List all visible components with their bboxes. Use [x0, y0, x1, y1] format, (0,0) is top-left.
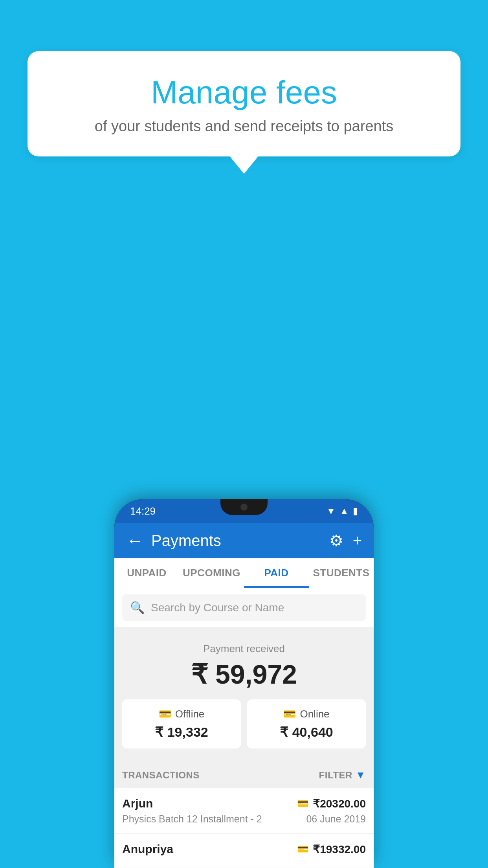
back-button[interactable]: ←: [126, 531, 143, 550]
phone-mockup: 14:29 ▼ ▲ ▮ ← Payments ⚙ + UNPAID: [114, 499, 374, 868]
offline-amount: ₹ 19,332: [128, 724, 235, 740]
payment-received-label: Payment received: [122, 643, 366, 655]
online-card: 💳 Online ₹ 40,640: [247, 699, 366, 748]
transaction-type-icon-2: 💳: [297, 844, 309, 855]
transaction-name-2: Anupriya: [122, 842, 173, 856]
app-title: Payments: [151, 532, 321, 550]
search-placeholder: Search by Course or Name: [151, 601, 284, 614]
bubble-title: Manage fees: [51, 75, 437, 110]
app-bar: ← Payments ⚙ +: [114, 523, 374, 558]
filter-label: FILTER: [319, 770, 352, 781]
transaction-type-icon: 💳: [297, 798, 309, 809]
offline-card: 💳 Offline ₹ 19,332: [122, 699, 241, 748]
transaction-course: Physics Batch 12 Installment - 2: [122, 813, 262, 825]
transaction-amount-wrap: 💳 ₹20320.00: [297, 797, 366, 810]
wifi-icon: ▼: [326, 506, 336, 517]
phone-frame: 14:29 ▼ ▲ ▮ ← Payments ⚙ + UNPAID: [114, 499, 374, 868]
transaction-row[interactable]: Arjun 💳 ₹20320.00 Physics Batch 12 Insta…: [114, 788, 374, 834]
transactions-header: TRANSACTIONS FILTER ▼: [114, 760, 374, 788]
search-box[interactable]: 🔍 Search by Course or Name: [122, 594, 366, 621]
transaction-amount-wrap-2: 💳 ₹19332.00: [297, 843, 366, 856]
offline-card-top: 💳 Offline: [128, 708, 235, 720]
transaction-row[interactable]: Anupriya 💳 ₹19332.00: [114, 834, 374, 868]
add-icon[interactable]: +: [353, 532, 362, 550]
transaction-date: 06 June 2019: [306, 813, 366, 825]
payment-cards: 💳 Offline ₹ 19,332 💳 Online ₹ 40,640: [122, 699, 366, 748]
online-icon: 💳: [283, 708, 296, 720]
offline-icon: 💳: [159, 708, 171, 720]
status-bar: 14:29 ▼ ▲ ▮: [114, 499, 374, 523]
transaction-amount-2: ₹19332.00: [313, 843, 366, 856]
search-icon: 🔍: [130, 601, 145, 614]
transaction-top: Arjun 💳 ₹20320.00: [122, 797, 366, 810]
camera: [240, 504, 248, 511]
tab-upcoming[interactable]: UPCOMING: [179, 558, 244, 588]
transactions-label: TRANSACTIONS: [122, 770, 200, 781]
status-time: 14:29: [130, 505, 156, 517]
tabs-bar: UNPAID UPCOMING PAID STUDENTS: [114, 558, 374, 588]
app-content: 🔍 Search by Course or Name Payment recei…: [114, 588, 374, 868]
online-card-top: 💳 Online: [253, 708, 360, 720]
transaction-top-2: Anupriya 💳 ₹19332.00: [122, 842, 366, 856]
tab-unpaid[interactable]: UNPAID: [114, 558, 179, 588]
app-bar-icons: ⚙ +: [329, 531, 362, 550]
settings-icon[interactable]: ⚙: [329, 531, 343, 550]
bubble-subtitle: of your students and send receipts to pa…: [51, 118, 437, 135]
bubble-card: Manage fees of your students and send re…: [28, 51, 460, 156]
transaction-bottom: Physics Batch 12 Installment - 2 06 June…: [122, 813, 366, 825]
battery-icon: ▮: [353, 506, 358, 517]
payment-summary: Payment received ₹ 59,972 💳 Offline ₹ 19…: [114, 627, 374, 760]
filter-button[interactable]: FILTER ▼: [319, 769, 366, 781]
tab-paid[interactable]: PAID: [244, 558, 309, 588]
transaction-name: Arjun: [122, 797, 153, 810]
payment-total: ₹ 59,972: [122, 659, 366, 690]
search-container: 🔍 Search by Course or Name: [114, 588, 374, 627]
filter-icon: ▼: [356, 769, 366, 781]
signal-icon: ▲: [339, 506, 349, 517]
online-amount: ₹ 40,640: [253, 724, 360, 740]
promo-bubble: Manage fees of your students and send re…: [28, 51, 460, 174]
tab-students[interactable]: STUDENTS: [309, 558, 374, 588]
phone-notch: [220, 499, 268, 515]
bubble-tail: [230, 156, 258, 174]
transaction-amount: ₹20320.00: [313, 797, 366, 810]
status-icons: ▼ ▲ ▮: [326, 506, 358, 517]
online-label: Online: [300, 708, 329, 720]
transaction-list: Arjun 💳 ₹20320.00 Physics Batch 12 Insta…: [114, 788, 374, 868]
offline-label: Offline: [175, 708, 205, 720]
